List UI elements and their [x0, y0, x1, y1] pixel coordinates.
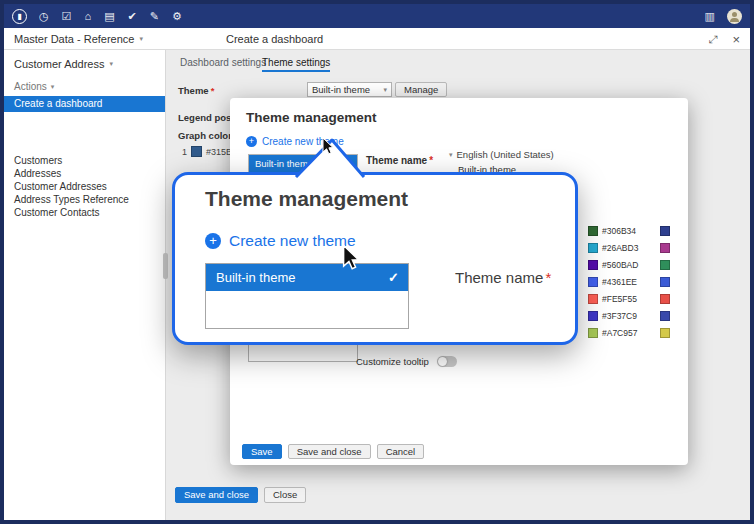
customize-tooltip-label: Customize tooltip	[356, 356, 429, 367]
theme-list-item-label: Built-in theme	[216, 270, 295, 285]
color-swatch[interactable]	[660, 243, 670, 253]
save-and-close-button[interactable]: Save and close	[175, 487, 258, 503]
cancel-button[interactable]: Cancel	[377, 444, 425, 459]
history-icon[interactable]: ◷	[39, 11, 49, 22]
color-swatch[interactable]	[588, 294, 598, 304]
edit-icon[interactable]: ✎	[150, 11, 159, 22]
color-hex-label: #560BAD	[602, 260, 650, 270]
header: Master Data - Reference ▾ Create a dashb…	[4, 28, 750, 50]
sidebar-item-customers[interactable]: Customers	[14, 155, 62, 166]
palette-row: #26ABD3	[588, 243, 670, 253]
plus-icon: +	[246, 136, 257, 147]
close-button[interactable]: Close	[264, 487, 306, 503]
theme-select[interactable]: Built-in theme ▾	[307, 82, 392, 97]
customize-tooltip-toggle[interactable]	[437, 356, 457, 367]
color-hex-label: #26ABD3	[602, 243, 650, 253]
panels-icon[interactable]: ▥	[705, 11, 715, 22]
theme-field-label: Theme*	[178, 85, 214, 96]
color-swatch[interactable]	[588, 243, 598, 253]
theme-list-item-selected[interactable]: Built-in theme ✓	[206, 264, 408, 291]
chevron-down-icon: ▾	[449, 151, 453, 159]
plus-icon: +	[205, 233, 221, 249]
app-logo-icon[interactable]: ▮	[12, 9, 27, 24]
tools-icon[interactable]: ⚙	[172, 11, 182, 22]
create-new-theme-link-zoomed[interactable]: + Create new theme	[205, 232, 356, 250]
color-hex-label: #3F37C9	[602, 311, 650, 321]
color-hex-label: #315B	[206, 147, 232, 157]
app-section-menu[interactable]: Master Data - Reference ▾	[14, 28, 143, 50]
palette-row: #FE5F55	[588, 294, 670, 304]
chevron-down-icon: ▾	[51, 83, 55, 91]
save-button[interactable]: Save	[242, 444, 282, 459]
sidebar-section-label: Customer Address	[14, 58, 104, 70]
tab-theme-settings[interactable]: Theme settings	[262, 57, 330, 72]
palette-row: #3F37C9	[588, 311, 670, 321]
language-select[interactable]: ▾ English (United States)	[449, 149, 554, 160]
manage-button[interactable]: Manage	[395, 82, 447, 97]
color-swatch[interactable]	[660, 226, 670, 236]
color-swatch[interactable]	[588, 226, 598, 236]
graph-color-row: 1 #315B	[182, 146, 232, 157]
color-swatch[interactable]	[660, 328, 670, 338]
documents-icon[interactable]: ▤	[104, 11, 114, 22]
color-hex-label: #FE5F55	[602, 294, 650, 304]
sidebar-item-customer-contacts[interactable]: Customer Contacts	[14, 207, 100, 218]
save-and-close-button[interactable]: Save and close	[288, 444, 371, 459]
theme-name-label-zoomed: Theme name*	[455, 269, 551, 286]
sidebar-item-address-types-reference[interactable]: Address Types Reference	[14, 194, 129, 205]
language-value: English (United States)	[457, 149, 554, 160]
sidebar-item-addresses[interactable]: Addresses	[14, 168, 61, 179]
palette-row: #A7C957	[588, 328, 670, 338]
sidebar-section-menu[interactable]: Customer Address ▾	[14, 58, 113, 70]
sidebar: Customer Address ▾ Actions ▾ Create a da…	[4, 50, 166, 520]
avatar[interactable]	[727, 9, 742, 24]
topbar: ▮ ◷ ☑ ⌂ ▤ ✔ ✎ ⚙ ▥	[4, 4, 750, 28]
scrollbar-thumb[interactable]	[163, 253, 168, 279]
customize-tooltip-row: Customize tooltip	[356, 356, 457, 367]
tasks-icon[interactable]: ☑	[62, 11, 72, 22]
chevron-down-icon: ▾	[109, 60, 113, 68]
dialog-title: Theme management	[246, 110, 377, 125]
color-swatch[interactable]	[588, 277, 598, 287]
fullscreen-icon[interactable]: ⤢	[709, 33, 718, 46]
palette-row: #4361EE	[588, 277, 670, 287]
color-hex-label: #4361EE	[602, 277, 650, 287]
color-swatch[interactable]	[588, 328, 598, 338]
color-row-number: 1	[182, 147, 187, 157]
approved-doc-icon[interactable]: ✔	[128, 11, 137, 22]
actions-label: Actions	[14, 81, 47, 92]
actions-menu[interactable]: Actions ▾	[14, 81, 54, 92]
page-title: Create a dashboard	[226, 28, 323, 50]
cursor-icon	[342, 244, 360, 272]
theme-name-label: Theme name*	[366, 155, 433, 166]
zoom-callout: Theme management + Create new theme Buil…	[172, 172, 578, 345]
color-swatch[interactable]	[660, 277, 670, 287]
color-swatch[interactable]	[588, 311, 598, 321]
palette-row: #560BAD	[588, 260, 670, 270]
chevron-down-icon: ▾	[139, 35, 143, 43]
app-section-label: Master Data - Reference	[14, 33, 134, 45]
chevron-down-icon: ▾	[383, 86, 387, 94]
home-icon[interactable]: ⌂	[84, 11, 91, 22]
color-hex-label: #306B34	[602, 226, 650, 236]
cursor-icon	[322, 137, 334, 156]
check-icon: ✓	[388, 264, 399, 291]
sidebar-item-create-a-dashboard[interactable]: Create a dashboard	[4, 96, 165, 112]
theme-select-value: Built-in theme	[312, 84, 370, 95]
theme-list-zoomed: Built-in theme ✓	[205, 263, 409, 329]
dialog-title-zoomed: Theme management	[205, 187, 408, 211]
color-hex-label: #A7C957	[602, 328, 650, 338]
app-window: ▮ ◷ ☑ ⌂ ▤ ✔ ✎ ⚙ ▥ Master Data - Referenc…	[0, 0, 754, 524]
graph-colors-label: Graph colors	[178, 130, 237, 141]
color-swatch[interactable]	[588, 260, 598, 270]
color-swatch[interactable]	[660, 311, 670, 321]
color-swatch[interactable]	[660, 294, 670, 304]
palette-row: #306B34	[588, 226, 670, 236]
close-icon[interactable]: ×	[732, 32, 740, 47]
color-swatch[interactable]	[191, 146, 202, 157]
create-new-theme-label: Create new theme	[229, 232, 356, 250]
color-swatch[interactable]	[660, 260, 670, 270]
tab-dashboard-settings[interactable]: Dashboard settings	[180, 57, 266, 72]
sidebar-item-customer-addresses[interactable]: Customer Addresses	[14, 181, 107, 192]
